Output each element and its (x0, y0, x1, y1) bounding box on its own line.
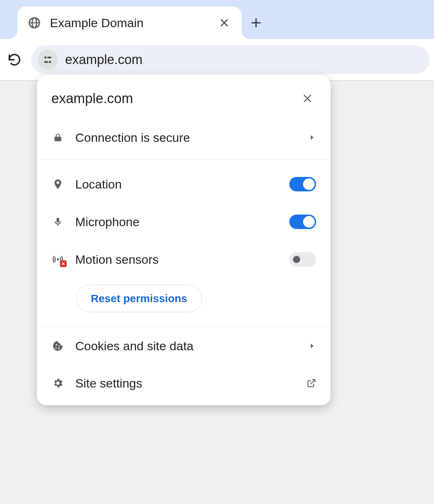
cookie-icon (51, 340, 64, 352)
svg-point-7 (49, 61, 51, 63)
permission-toggle-motion-sensors[interactable] (289, 252, 316, 267)
browser-tab[interactable]: Example Domain (17, 7, 242, 39)
permission-row-motion-sensors: Motion sensors (37, 241, 331, 278)
tab-title: Example Domain (50, 16, 208, 30)
svg-rect-5 (47, 57, 51, 58)
popup-close-button[interactable] (299, 90, 316, 107)
microphone-icon (51, 216, 64, 227)
permission-label: Motion sensors (75, 253, 278, 267)
browser-toolbar: example.com (0, 39, 434, 81)
lock-icon (51, 132, 64, 143)
connection-secure-label: Connection is secure (75, 131, 297, 145)
svg-point-10 (57, 258, 59, 261)
site-settings-row[interactable]: Site settings (37, 365, 331, 405)
svg-rect-6 (44, 61, 48, 63)
site-info-button[interactable] (38, 50, 58, 70)
popup-header: example.com (37, 75, 331, 119)
browser-tabstrip: Example Domain (0, 0, 434, 39)
permission-toggle-location[interactable] (289, 177, 316, 191)
location-pin-icon (51, 178, 64, 190)
site-settings-label: Site settings (75, 376, 296, 390)
reload-button[interactable] (4, 50, 25, 70)
blocked-badge-icon (60, 261, 67, 267)
tab-close-button[interactable] (217, 16, 231, 30)
permission-label: Microphone (75, 215, 278, 229)
cookies-label: Cookies and site data (75, 339, 297, 353)
svg-point-4 (44, 56, 47, 59)
reset-permissions-row: Reset permissions (37, 278, 331, 327)
address-bar[interactable]: example.com (31, 45, 430, 74)
motion-sensors-icon (51, 253, 64, 266)
cookies-row[interactable]: Cookies and site data (37, 327, 331, 365)
permission-toggle-microphone[interactable] (289, 215, 316, 229)
url-text: example.com (65, 52, 142, 67)
popup-site-title: example.com (51, 91, 133, 106)
permission-label: Location (75, 177, 278, 191)
site-info-popup: example.com Connection is secure Locatio… (37, 75, 331, 405)
chevron-right-icon (308, 342, 316, 350)
chevron-right-icon (308, 134, 316, 141)
globe-icon (27, 16, 41, 30)
open-external-icon (307, 378, 316, 388)
permission-row-location: Location (37, 165, 331, 203)
gear-icon (51, 377, 64, 389)
permission-row-microphone: Microphone (37, 203, 331, 241)
reset-permissions-button[interactable]: Reset permissions (76, 285, 202, 312)
connection-secure-row[interactable]: Connection is secure (37, 119, 331, 156)
